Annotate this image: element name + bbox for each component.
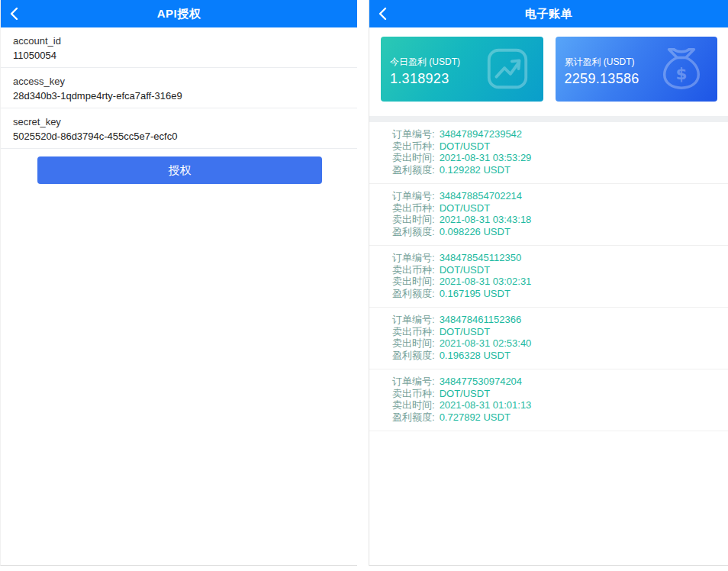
field-value: 5025520d-86d3794c-455cc5e7-ecfc0	[13, 129, 345, 144]
authorize-button[interactable]: 授权	[37, 156, 322, 184]
order-list-item: 订单编号:348478545112350 卖出币种:DOT/USDT 卖出时间:…	[369, 246, 728, 308]
order-list-item: 订单编号:348477530974204 卖出币种:DOT/USDT 卖出时间:…	[369, 369, 728, 431]
summary-cards: 今日盈利 (USDT) 1.318923 累计盈利 (USDT) 2259.13…	[369, 27, 728, 102]
profit-value: 0.129282 USDT	[440, 164, 511, 176]
coin-value: DOT/USDT	[440, 202, 490, 214]
order-list-item: 订单编号:348478461152366 卖出币种:DOT/USDT 卖出时间:…	[369, 308, 728, 369]
coin-value: DOT/USDT	[440, 140, 490, 152]
order-no-value: 348478854702214	[440, 190, 522, 202]
field-value: 11050054	[13, 48, 345, 63]
order-no-value: 348478545112350	[440, 252, 522, 263]
profit-value: 0.167195 USDT	[440, 288, 511, 299]
chevron-left-icon	[377, 6, 388, 21]
profit-label: 盈利额度:	[392, 288, 435, 299]
order-no-label: 订单编号:	[392, 252, 435, 263]
svg-text:$: $	[676, 64, 688, 83]
field-account-id: account_id 11050054	[1, 27, 357, 68]
field-label: account_id	[13, 34, 345, 48]
order-no-label: 订单编号:	[392, 190, 435, 202]
profit-label: 盈利额度:	[392, 350, 435, 361]
field-label: secret_key	[13, 115, 345, 129]
today-profit-card: 今日盈利 (USDT) 1.318923	[381, 37, 543, 102]
time-value: 2021-08-31 03:53:29	[440, 152, 532, 163]
time-label: 卖出时间:	[392, 152, 435, 163]
field-secret-key: secret_key 5025520d-86d3794c-455cc5e7-ec…	[1, 108, 357, 149]
time-label: 卖出时间:	[392, 276, 435, 287]
coin-value: DOT/USDT	[440, 388, 490, 399]
time-label: 卖出时间:	[392, 337, 435, 349]
money-bag-icon: $	[658, 45, 705, 95]
api-auth-navbar: API授权	[1, 0, 357, 27]
time-label: 卖出时间:	[392, 214, 435, 225]
back-button[interactable]	[377, 0, 400, 27]
coin-label: 卖出币种:	[392, 264, 435, 276]
profit-label: 盈利额度:	[392, 226, 435, 237]
profit-label: 盈利额度:	[392, 411, 435, 423]
field-label: access_key	[13, 74, 345, 89]
order-list-item: 订单编号:348478854702214 卖出币种:DOT/USDT 卖出时间:…	[369, 184, 728, 246]
order-no-label: 订单编号:	[392, 128, 435, 140]
back-button[interactable]	[8, 0, 31, 27]
time-value: 2021-08-31 03:02:31	[440, 276, 532, 287]
coin-value: DOT/USDT	[440, 326, 490, 337]
coin-value: DOT/USDT	[440, 264, 490, 276]
page-title: 电子账单	[525, 7, 572, 21]
profit-value: 0.196328 USDT	[440, 350, 511, 361]
api-auth-screen: API授权 account_id 11050054 access_key 28d…	[0, 0, 357, 566]
order-no-label: 订单编号:	[392, 314, 435, 325]
section-divider	[369, 116, 728, 122]
coin-label: 卖出币种:	[392, 202, 435, 214]
time-label: 卖出时间:	[392, 399, 435, 411]
trend-up-icon	[484, 45, 531, 95]
bill-screen: 电子账单 今日盈利 (USDT) 1.318923 累计盈利 (USDT) 22…	[369, 0, 728, 566]
field-value: 28d340b3-1qdmpe4rty-efca7aff-316e9	[13, 89, 345, 103]
coin-label: 卖出币种:	[392, 326, 435, 337]
field-access-key: access_key 28d340b3-1qdmpe4rty-efca7aff-…	[1, 68, 357, 108]
bill-navbar: 电子账单	[369, 0, 728, 27]
page-title: API授权	[157, 7, 201, 21]
time-value: 2021-08-31 01:01:13	[440, 399, 532, 411]
order-no-value: 348478947239542	[440, 128, 522, 140]
time-value: 2021-08-31 03:43:18	[440, 214, 532, 225]
profit-value: 0.727892 USDT	[440, 411, 511, 423]
order-no-value: 348477530974204	[440, 376, 522, 387]
order-list: 订单编号:348478947239542 卖出币种:DOT/USDT 卖出时间:…	[369, 122, 728, 431]
profit-label: 盈利额度:	[392, 164, 435, 176]
profit-value: 0.098226 USDT	[440, 226, 511, 237]
total-profit-card: 累计盈利 (USDT) 2259.13586 $	[556, 37, 718, 102]
chevron-left-icon	[8, 6, 19, 21]
screens-container: API授权 account_id 11050054 access_key 28d…	[0, 0, 728, 571]
time-value: 2021-08-31 02:53:40	[440, 337, 532, 349]
order-list-item: 订单编号:348478947239542 卖出币种:DOT/USDT 卖出时间:…	[369, 122, 728, 184]
order-no-label: 订单编号:	[392, 376, 435, 387]
coin-label: 卖出币种:	[392, 388, 435, 399]
order-no-value: 348478461152366	[440, 314, 522, 325]
coin-label: 卖出币种:	[392, 140, 435, 152]
